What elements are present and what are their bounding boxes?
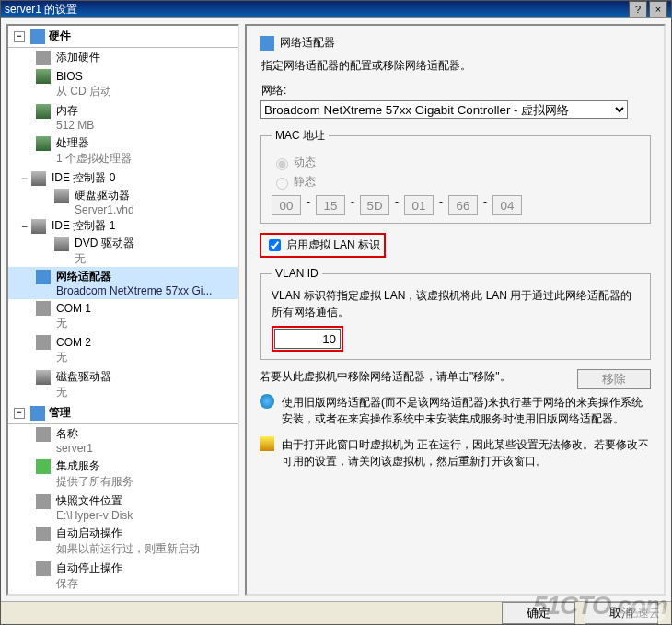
collapse-icon[interactable]: − <box>21 172 28 185</box>
vlan-fieldset: VLAN ID VLAN 标识符指定虚拟 LAN，该虚拟机将此 LAN 用于通过… <box>260 267 651 360</box>
tree-item-integration[interactable]: 集成服务 提供了所有服务 <box>8 457 238 492</box>
section-hardware[interactable]: − 硬件 <box>8 26 238 48</box>
vlan-legend: VLAN ID <box>272 267 322 280</box>
tree-sub: 无 <box>54 251 238 267</box>
nic-icon <box>36 270 51 284</box>
mac-1[interactable] <box>316 195 345 215</box>
cpu-icon <box>36 136 51 151</box>
info-message: 使用旧版网络适配器(而不是该网络适配器)来执行基于网络的来宾操作系统安装，或者在… <box>260 394 651 427</box>
vlan-desc: VLAN 标识符指定虚拟 LAN，该虚拟机将此 LAN 用于通过此网络适配器的所… <box>272 287 639 320</box>
tree-item-diskdrive[interactable]: 磁盘驱动器 无 <box>8 367 238 402</box>
bios-icon <box>36 69 51 84</box>
cancel-button[interactable]: 取消 <box>585 602 658 624</box>
tree-item-com1[interactable]: COM 1 无 <box>8 299 238 333</box>
tree-item-bios[interactable]: BIOS 从 CD 启动 <box>8 67 238 101</box>
mac-2[interactable] <box>360 195 389 215</box>
tree-label: 添加硬件 <box>56 50 100 65</box>
tree-item-add-hardware[interactable]: 添加硬件 <box>8 48 238 67</box>
vlan-id-input[interactable] <box>274 329 341 349</box>
collapse-icon[interactable]: − <box>14 408 25 419</box>
tree-item-com2[interactable]: COM 2 无 <box>8 333 238 367</box>
mac-legend: MAC 地址 <box>272 128 329 144</box>
mac-dynamic-radio[interactable] <box>276 158 288 170</box>
mac-0[interactable] <box>272 195 301 215</box>
mac-static-radio[interactable] <box>276 178 288 190</box>
tree-sub: 提供了所有服务 <box>36 474 238 490</box>
tree-item-dvd[interactable]: DVD 驱动器 无 <box>8 236 238 267</box>
close-button[interactable]: × <box>649 1 667 17</box>
com-icon <box>36 301 51 316</box>
tree-sub: 保存 <box>36 576 238 592</box>
mac-static-row: 静态 <box>272 174 639 190</box>
tree-sub: server1 <box>36 442 238 455</box>
collapse-icon[interactable]: − <box>14 31 25 42</box>
info-icon <box>260 394 274 409</box>
tree-label: 自动启动操作 <box>56 526 122 541</box>
tree-label: COM 2 <box>56 336 91 349</box>
dialog-body: − 硬件 添加硬件 BIOS 从 CD 启动 内存 512 MB 处理器 1 个… <box>1 17 671 601</box>
tree-item-name[interactable]: 名称 server1 <box>8 424 238 457</box>
autostop-icon <box>36 561 51 576</box>
tree-label: IDE 控制器 1 <box>52 218 115 234</box>
memory-icon <box>36 104 51 119</box>
integration-icon <box>36 459 51 474</box>
nic-icon <box>260 36 274 51</box>
tree-sub: E:\Hyper-v Disk <box>36 509 238 522</box>
panel-header: 网络适配器 <box>260 35 651 51</box>
help-button[interactable]: ? <box>629 1 647 17</box>
tree-item-autostop[interactable]: 自动停止操作 保存 <box>8 559 238 594</box>
tree-item-processor[interactable]: 处理器 1 个虚拟处理器 <box>8 133 238 168</box>
tree-item-network-adapter[interactable]: 网络适配器 Broadcom NetXtreme 57xx Gi... <box>8 267 238 299</box>
radio-label: 动态 <box>294 156 316 168</box>
tree-sub: 无 <box>36 316 238 331</box>
mac-dynamic-row: 动态 <box>272 155 639 170</box>
tree-label: 名称 <box>56 426 78 442</box>
tree-sub: Broadcom NetXtreme 57xx Gi... <box>36 284 238 297</box>
titlebar[interactable]: server1 的设置 ? × <box>1 1 671 17</box>
highlight-box <box>272 326 343 352</box>
collapse-icon[interactable]: − <box>21 220 28 233</box>
dvd-icon <box>54 237 69 251</box>
tree-sub: 无 <box>36 350 238 365</box>
radio-label: 静态 <box>294 175 316 188</box>
tree-item-hdd[interactable]: 硬盘驱动器 Server1.vhd <box>8 188 238 216</box>
tree-item-autostart[interactable]: 自动启动操作 如果以前运行过，则重新启动 <box>8 524 238 559</box>
remove-row: 若要从此虚拟机中移除网络适配器，请单击"移除"。 移除 <box>260 369 651 385</box>
tree-label: 自动停止操作 <box>56 561 122 576</box>
dialog-footer: 确定 取消 <box>1 601 671 624</box>
tree-sub: 无 <box>36 385 238 400</box>
floppy-icon <box>36 370 51 385</box>
panel-title: 网络适配器 <box>280 35 335 51</box>
tree-item-memory[interactable]: 内存 512 MB <box>8 101 238 133</box>
section-management[interactable]: − 管理 <box>8 402 238 424</box>
hardware-icon <box>30 29 45 44</box>
tree-sub: Server1.vhd <box>54 203 238 216</box>
tree-label: IDE 控制器 0 <box>52 170 115 186</box>
tree-sub: 1 个虚拟处理器 <box>36 151 238 167</box>
remove-button[interactable]: 移除 <box>577 369 651 389</box>
name-icon <box>36 427 51 442</box>
left-tree[interactable]: − 硬件 添加硬件 BIOS 从 CD 启动 内存 512 MB 处理器 1 个… <box>6 24 239 596</box>
vlan-enable-checkbox[interactable] <box>269 239 281 251</box>
tree-item-ide0[interactable]: −IDE 控制器 0 <box>8 168 238 188</box>
mac-4[interactable] <box>448 195 478 215</box>
com-icon <box>36 335 51 350</box>
tree-item-ide1[interactable]: −IDE 控制器 1 <box>8 216 238 236</box>
detail-panel: 网络适配器 指定网络适配器的配置或移除网络适配器。 网络: Broadcom N… <box>245 24 666 596</box>
section-management-label: 管理 <box>49 405 71 421</box>
tree-label: 硬盘驱动器 <box>75 188 130 203</box>
controller-icon <box>31 219 46 234</box>
mac-fieldset: MAC 地址 动态 静态 - - - - - <box>260 128 651 224</box>
tree-label: COM 1 <box>56 302 91 315</box>
network-label: 网络: <box>261 83 649 98</box>
tree-sub: 从 CD 启动 <box>36 84 238 99</box>
vlan-enable-label: 启用虚拟 LAN 标识 <box>286 237 380 253</box>
tree-item-snapshot[interactable]: 快照文件位置 E:\Hyper-v Disk <box>8 492 238 524</box>
mac-5[interactable] <box>492 195 522 215</box>
mac-3[interactable] <box>404 195 434 215</box>
network-select[interactable]: Broadcom NetXtreme 57xx Gigabit Controll… <box>260 100 628 119</box>
ok-button[interactable]: 确定 <box>502 602 575 624</box>
settings-window: server1 的设置 ? × − 硬件 添加硬件 BIOS 从 CD 启动 内… <box>0 0 672 625</box>
snapshot-icon <box>36 494 51 509</box>
autostart-icon <box>36 527 51 541</box>
